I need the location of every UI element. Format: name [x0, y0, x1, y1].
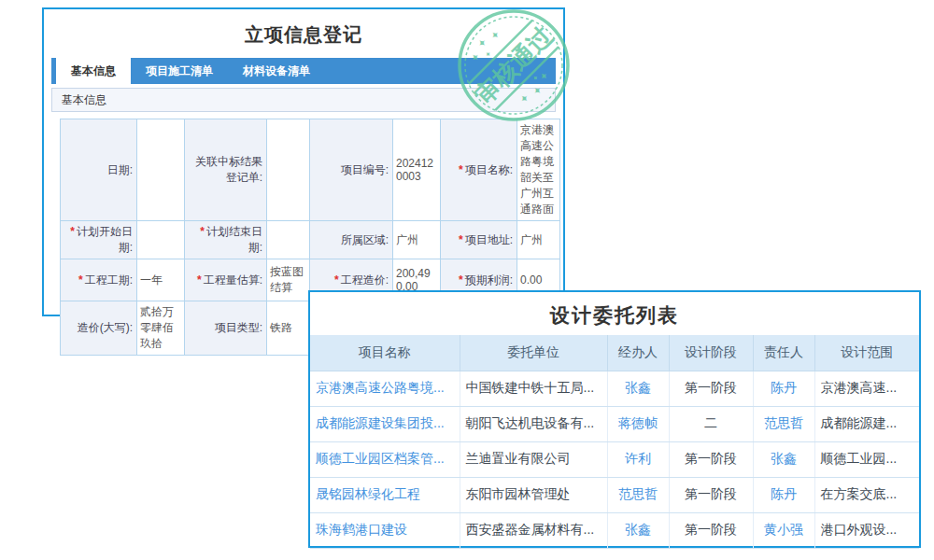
project-link[interactable]: 京港澳高速公路粤境... — [316, 380, 445, 395]
client-cell: 中国铁建中铁十五局... — [460, 371, 607, 406]
quantity-estimate-field[interactable]: 按蓝图结算 — [267, 259, 310, 301]
owner-link[interactable]: 陈丹 — [771, 486, 797, 501]
scope-cell: 顺德工业园... — [814, 441, 919, 477]
bid-result-field[interactable] — [267, 119, 310, 221]
required-marker: * — [334, 273, 339, 287]
cost-capitalized-field[interactable]: 贰拾万零肆佰玖拾 — [137, 301, 185, 356]
phase-cell: 第一阶段 — [669, 512, 753, 548]
required-marker: * — [200, 225, 205, 238]
table-row: 京港澳高速公路粤境... 中国铁建中铁十五局... 张鑫 第一阶段 陈丹 京港澳… — [310, 371, 919, 406]
region-label: *所属区域: — [310, 221, 393, 259]
plan-start-label: *计划开始日期: — [61, 221, 137, 259]
required-marker: * — [78, 273, 83, 287]
col-responsible: 责任人 — [753, 335, 814, 371]
owner-link[interactable]: 张鑫 — [771, 451, 797, 466]
registration-tabbar: 基本信息 项目施工清单 材料设备清单 — [51, 58, 556, 84]
col-handler: 经办人 — [607, 335, 669, 371]
scope-cell: 成都能源建... — [814, 406, 919, 441]
form-row: *计划开始日期: *计划结束日期: *所属区域: 广州 *项目地址: 广州 — [61, 221, 560, 259]
table-row: 顺德工业园区档案管... 兰迪置业有限公司 许利 第一阶段 张鑫 顺德工业园..… — [310, 441, 919, 477]
region-field[interactable]: 广州 — [393, 221, 441, 259]
client-cell: 西安盛器金属材料有... — [460, 512, 607, 548]
table-row: 成都能源建设集团投... 朝阳飞达机电设备有... 蒋德帧 二 范思哲 成都能源… — [310, 406, 919, 441]
scope-cell: 在方案交底... — [814, 477, 919, 512]
date-field[interactable] — [137, 119, 185, 221]
phase-cell: 第一阶段 — [669, 477, 753, 512]
duration-field[interactable]: 一年 — [137, 259, 185, 301]
required-marker: * — [459, 163, 463, 176]
registration-title: 立项信息登记 — [44, 22, 563, 48]
col-design-phase: 设计阶段 — [669, 335, 753, 371]
phase-cell: 二 — [669, 406, 753, 441]
screen: 立项信息登记 基本信息 项目施工清单 材料设备清单 基本信息 *日期: *关联中… — [0, 0, 934, 560]
project-address-field[interactable]: 广州 — [517, 221, 560, 259]
required-marker: * — [459, 233, 463, 246]
project-type-label: *项目类型: — [185, 301, 267, 356]
design-commission-panel: 设计委托列表 项目名称 委托单位 经办人 设计阶段 责任人 设计范围 京港澳高速… — [308, 290, 921, 548]
owner-link[interactable]: 黄小强 — [764, 522, 803, 537]
col-project-name: 项目名称 — [310, 335, 460, 371]
table-header-row: 项目名称 委托单位 经办人 设计阶段 责任人 设计范围 — [310, 335, 919, 371]
project-link[interactable]: 成都能源建设集团投... — [316, 415, 445, 430]
project-number-label: *项目编号: — [310, 119, 393, 221]
owner-link[interactable]: 陈丹 — [771, 380, 797, 395]
project-address-label: *项目地址: — [441, 221, 517, 259]
form-row: *日期: *关联中标结果登记单: *项目编号: 2024120003 *项目名称… — [61, 119, 560, 221]
required-marker: * — [459, 273, 463, 287]
handler-link[interactable]: 张鑫 — [625, 380, 651, 395]
tab-materials-equipment-list[interactable]: 材料设备清单 — [228, 58, 325, 84]
project-link[interactable]: 顺德工业园区档案管... — [316, 451, 445, 466]
owner-link[interactable]: 范思哲 — [764, 415, 803, 430]
required-marker: * — [197, 273, 202, 287]
design-list-title: 设计委托列表 — [310, 302, 919, 329]
registration-panel: 立项信息登记 基本信息 项目施工清单 材料设备清单 基本信息 *日期: *关联中… — [42, 7, 565, 316]
scope-cell: 京港澳高速... — [814, 371, 919, 406]
scope-cell: 港口外观设... — [814, 512, 919, 548]
tab-basic-info[interactable]: 基本信息 — [56, 58, 131, 84]
table-row: 晟铭园林绿化工程 东阳市园林管理处 范思哲 第一阶段 陈丹 在方案交底... — [310, 477, 919, 512]
handler-link[interactable]: 许利 — [625, 451, 651, 466]
project-link[interactable]: 珠海鹤港口建设 — [316, 522, 407, 537]
project-number-field[interactable]: 2024120003 — [393, 119, 441, 221]
table-row: 珠海鹤港口建设 西安盛器金属材料有... 张鑫 第一阶段 黄小强 港口外观设..… — [310, 512, 919, 548]
plan-start-field[interactable] — [137, 221, 185, 259]
handler-link[interactable]: 张鑫 — [625, 522, 651, 537]
date-label: *日期: — [61, 119, 137, 221]
project-name-field[interactable]: 京港澳高速公路粤境韶关至广州互通路面 — [517, 119, 560, 221]
design-commission-table: 项目名称 委托单位 经办人 设计阶段 责任人 设计范围 京港澳高速公路粤境...… — [310, 335, 919, 549]
project-link[interactable]: 晟铭园林绿化工程 — [316, 486, 420, 501]
client-cell: 兰迪置业有限公司 — [460, 441, 607, 477]
handler-link[interactable]: 蒋德帧 — [618, 415, 658, 430]
plan-end-label: *计划结束日期: — [185, 221, 267, 259]
client-cell: 东阳市园林管理处 — [460, 477, 607, 512]
required-marker: * — [70, 225, 75, 238]
quantity-estimate-label: *工程量估算: — [185, 259, 267, 301]
duration-label: *工程工期: — [61, 259, 137, 301]
tab-construction-list[interactable]: 项目施工清单 — [131, 58, 228, 84]
cost-capitalized-label: *造价(大写): — [61, 301, 137, 356]
phase-cell: 第一阶段 — [669, 371, 753, 406]
client-cell: 朝阳飞达机电设备有... — [460, 406, 607, 441]
col-design-scope: 设计范围 — [814, 335, 919, 371]
project-type-field[interactable]: 铁路 — [267, 301, 310, 356]
phase-cell: 第一阶段 — [669, 441, 753, 477]
project-name-label: *项目名称: — [441, 119, 517, 221]
bid-result-label: *关联中标结果登记单: — [185, 119, 267, 221]
section-header-basic-info: 基本信息 — [51, 88, 556, 112]
handler-link[interactable]: 范思哲 — [618, 486, 658, 501]
col-client-unit: 委托单位 — [460, 335, 607, 371]
plan-end-field[interactable] — [267, 221, 310, 259]
